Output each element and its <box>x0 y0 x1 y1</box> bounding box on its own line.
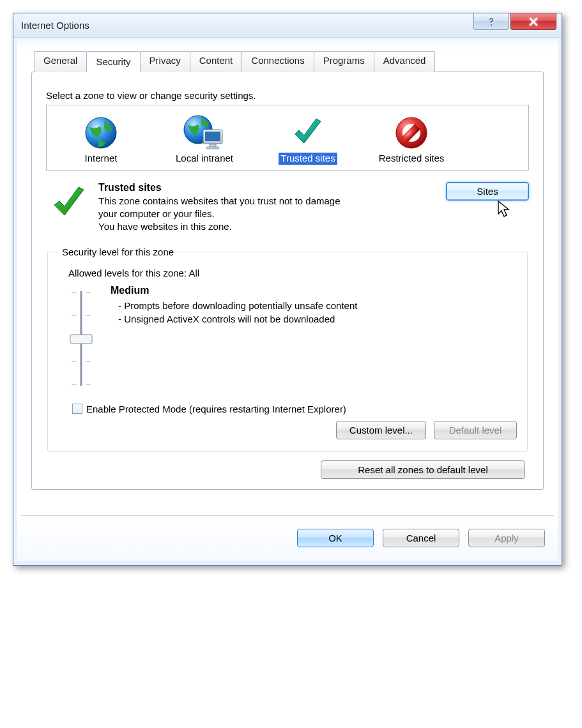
ok-button[interactable]: OK <box>297 529 374 547</box>
tab-strip: General Security Privacy Content Connect… <box>31 51 544 72</box>
zone-label: Restricted sites <box>377 153 447 165</box>
protected-mode-label: Enable Protected Mode (requires restarti… <box>86 404 346 414</box>
zone-item-restricted-sites[interactable]: Restricted sites <box>364 112 459 165</box>
tab-panel-security: Select a zone to view or change security… <box>31 72 544 490</box>
zone-description-row: Trusted sites This zone contains website… <box>46 182 529 234</box>
allowed-levels-text: Allowed levels for this zone: All <box>68 268 517 278</box>
security-bullet-2: - Unsigned ActiveX controls will not be … <box>111 312 357 326</box>
protected-mode-checkbox[interactable] <box>72 404 82 414</box>
cancel-button[interactable]: Cancel <box>383 529 459 547</box>
zone-item-internet[interactable]: Internet <box>53 112 149 165</box>
security-level-group: Security level for this zone Allowed lev… <box>47 246 528 451</box>
zone-list: Internet <box>46 105 529 171</box>
checkmark-large-icon <box>50 185 88 222</box>
default-level-button[interactable]: Default level <box>434 421 517 439</box>
zone-instruction: Select a zone to view or change security… <box>46 90 529 101</box>
no-entry-icon <box>394 115 429 151</box>
tab-privacy[interactable]: Privacy <box>140 51 190 72</box>
window-title: Internet Options <box>21 20 89 31</box>
tab-general[interactable]: General <box>34 51 87 72</box>
zone-label: Trusted sites <box>279 153 337 165</box>
security-slider[interactable] <box>68 287 95 390</box>
zone-detail-status: You have websites in this zone. <box>98 221 232 232</box>
help-icon <box>486 17 496 27</box>
svg-rect-3 <box>205 132 220 141</box>
reset-all-zones-button[interactable]: Reset all zones to default level <box>321 460 525 479</box>
tab-advanced[interactable]: Advanced <box>374 51 436 72</box>
zone-item-trusted-sites[interactable]: Trusted sites <box>260 112 356 165</box>
tab-programs[interactable]: Programs <box>314 51 374 72</box>
close-icon <box>528 17 539 27</box>
sites-button[interactable]: Sites <box>446 182 529 201</box>
tab-security[interactable]: Security <box>86 51 140 72</box>
globe-monitor-icon <box>183 114 226 151</box>
apply-button[interactable]: Apply <box>468 529 545 547</box>
dialog-footer: OK Cancel Apply <box>13 517 562 565</box>
footer-separator <box>21 515 554 516</box>
zone-detail-description: This zone contains websites that you tru… <box>98 195 341 219</box>
svg-rect-4 <box>210 144 216 147</box>
svg-rect-5 <box>206 147 219 149</box>
titlebar: Internet Options <box>13 13 562 38</box>
close-button[interactable] <box>510 13 556 30</box>
zone-label: Local intranet <box>174 153 235 165</box>
zone-label: Internet <box>83 153 119 165</box>
zone-detail-title: Trusted sites <box>98 182 383 193</box>
svg-rect-20 <box>70 335 92 344</box>
tab-content[interactable]: Content <box>190 51 243 72</box>
security-level-name: Medium <box>111 285 357 296</box>
checkmark-icon <box>290 115 326 151</box>
tab-connections[interactable]: Connections <box>241 51 314 72</box>
cursor-icon <box>497 200 512 218</box>
dialog-window: Internet Options General Security Privac… <box>13 13 562 566</box>
custom-level-button[interactable]: Custom level... <box>336 421 426 439</box>
globe-icon <box>83 115 119 151</box>
help-button[interactable] <box>473 13 509 30</box>
titlebar-controls <box>473 13 562 31</box>
zone-item-local-intranet[interactable]: Local intranet <box>157 112 252 165</box>
security-level-legend: Security level for this zone <box>58 246 178 257</box>
dialog-body: General Security Privacy Content Connect… <box>13 38 562 517</box>
security-level-bullets: - Prompts before downloading potentially… <box>111 299 357 326</box>
security-bullet-1: - Prompts before downloading potentially… <box>111 299 357 312</box>
